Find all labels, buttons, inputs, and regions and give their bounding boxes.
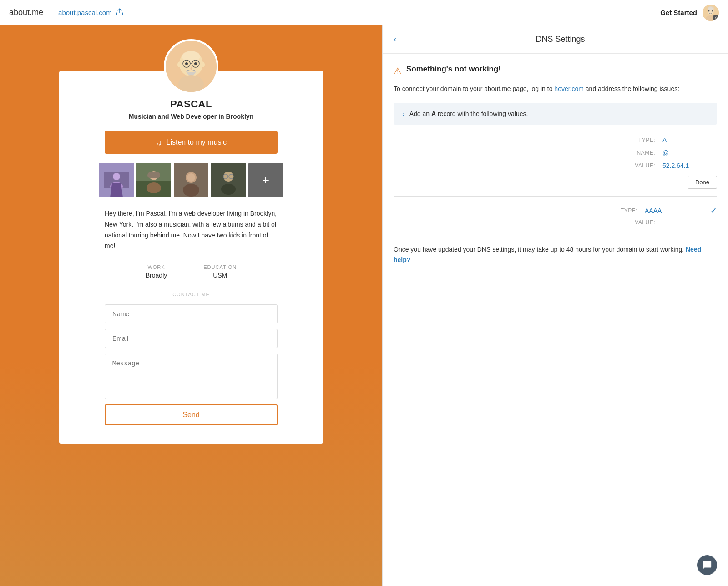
aaaa-type-label: TYPE:: [610, 207, 637, 214]
a-record-details: TYPE: A NAME: @ VALUE: 52.2.64.1 Done: [394, 134, 717, 189]
plus-icon: +: [262, 173, 269, 187]
svg-marker-24: [110, 183, 123, 197]
aaaa-type-row: TYPE: AAAA ✓: [394, 204, 717, 217]
add-photo-button[interactable]: +: [248, 163, 283, 197]
warning-icon: ⚠: [394, 66, 402, 76]
svg-point-28: [147, 182, 161, 193]
listen-button[interactable]: ♫ Listen to my music: [105, 131, 278, 154]
email-input[interactable]: [105, 329, 278, 348]
photo-thumb-4[interactable]: [211, 163, 246, 197]
dns-divider: [394, 196, 717, 197]
dns-divider-2: [394, 235, 717, 235]
contact-form: Send: [105, 304, 278, 425]
chevron-right-icon: ›: [403, 110, 405, 117]
a-record-box[interactable]: › Add an A record with the following val…: [394, 103, 717, 125]
topnav-right: Get Started ⚙: [660, 5, 719, 21]
aaaa-type-value: AAAA: [645, 207, 699, 214]
svg-point-6: [708, 6, 714, 10]
photo-thumb-2[interactable]: [136, 163, 171, 197]
send-button[interactable]: Send: [105, 404, 278, 425]
dns-header: ‹ DNS Settings: [383, 25, 728, 54]
profile-tagline: Musician and Web Developer in Brooklyn: [129, 113, 253, 120]
settings-gear-icon[interactable]: ⚙: [713, 15, 719, 21]
ip-value: 52.2.64.1: [662, 162, 717, 169]
profile-name: PASCAL: [170, 98, 212, 110]
value-label: VALUE:: [628, 162, 655, 169]
dns-description: To connect your domain to your about.me …: [394, 84, 717, 94]
svg-point-22: [113, 173, 120, 180]
profile-bio: Hey there, I'm Pascal. I'm a web develop…: [105, 208, 278, 252]
get-started-link[interactable]: Get Started: [660, 9, 697, 16]
dns-panel: ‹ DNS Settings ⚠ Something's not working…: [382, 25, 728, 586]
profile-avatar: [166, 41, 217, 92]
a-record-header: › Add an A record with the following val…: [403, 110, 708, 117]
value-row: VALUE: 52.2.64.1: [394, 159, 717, 172]
work-meta: WORK Broadly: [146, 264, 167, 279]
dns-footer: Once you have updated your DNS settings,…: [394, 244, 717, 265]
check-icon: ✓: [710, 206, 717, 216]
type-row: TYPE: A: [394, 134, 717, 146]
upload-icon[interactable]: [116, 8, 124, 18]
dns-title: DNS Settings: [404, 35, 717, 44]
svg-point-32: [183, 184, 199, 197]
music-note-icon: ♫: [156, 138, 162, 147]
work-label: WORK: [147, 264, 165, 270]
svg-point-18: [201, 62, 205, 67]
message-input[interactable]: [105, 354, 278, 399]
aaaa-value-row: VALUE:: [394, 217, 717, 227]
svg-rect-29: [147, 172, 160, 178]
site-link[interactable]: about.pascal.com: [58, 9, 112, 16]
chat-bubble-button[interactable]: [697, 555, 717, 575]
svg-point-36: [221, 184, 236, 195]
name-label: NAME:: [628, 150, 655, 156]
svg-point-15: [185, 62, 188, 65]
hover-link[interactable]: hover.com: [554, 85, 584, 92]
education-label: EDUCATION: [203, 264, 237, 270]
aaaa-value-label: VALUE:: [628, 219, 655, 226]
done-button[interactable]: Done: [688, 176, 717, 189]
dns-body: ⚠ Something's not working! To connect yo…: [383, 54, 728, 276]
user-avatar[interactable]: ⚙: [703, 5, 719, 21]
education-meta: EDUCATION USM: [203, 264, 237, 279]
svg-point-5: [712, 10, 713, 11]
work-value: Broadly: [146, 272, 167, 279]
photo-thumb-1[interactable]: [99, 163, 134, 197]
svg-point-17: [177, 62, 181, 67]
contact-label: CONTACT ME: [172, 292, 210, 297]
name-row: NAME: @: [394, 146, 717, 159]
main-layout: PASCAL Musician and Web Developer in Bro…: [0, 25, 728, 586]
svg-point-33: [187, 173, 195, 182]
warning-title: Something's not working!: [406, 65, 501, 74]
profile-card: PASCAL Musician and Web Developer in Bro…: [59, 71, 323, 444]
type-label: TYPE:: [628, 137, 655, 143]
topnav: about.me about.pascal.com Get Started ⚙: [0, 0, 728, 25]
profile-meta: WORK Broadly EDUCATION USM: [146, 264, 237, 279]
name-input[interactable]: [105, 304, 278, 323]
dns-warning: ⚠ Something's not working!: [394, 65, 717, 76]
type-value: A: [662, 136, 717, 144]
profile-panel: PASCAL Musician and Web Developer in Bro…: [0, 25, 382, 586]
a-record-text: Add an A record with the following value…: [410, 110, 528, 117]
svg-point-4: [708, 10, 710, 11]
dns-back-button[interactable]: ‹: [394, 35, 396, 44]
nav-divider: [51, 7, 51, 18]
photo-strip: +: [99, 163, 283, 197]
svg-point-16: [194, 62, 197, 65]
education-value: USM: [213, 272, 227, 279]
photo-thumb-3[interactable]: [174, 163, 208, 197]
name-value: @: [662, 149, 717, 157]
brand-logo: about.me: [9, 8, 43, 17]
